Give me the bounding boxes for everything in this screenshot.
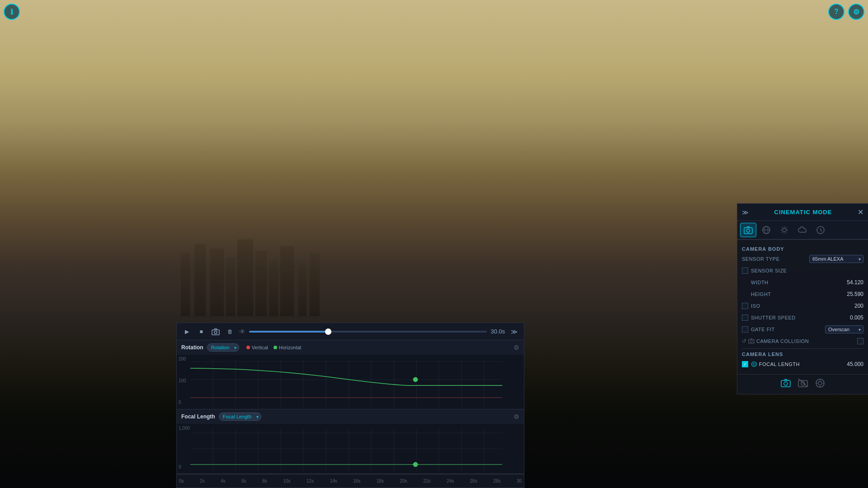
svg-rect-6 bbox=[269, 260, 278, 316]
iso-checkbox[interactable] bbox=[742, 303, 748, 309]
top-left-controls: ℹ bbox=[4, 4, 20, 20]
focal-length-label: FOCAL LENGTH bbox=[759, 361, 841, 367]
shutter-speed-label: SHUTTER SPEED bbox=[751, 315, 841, 320]
tab-time[interactable] bbox=[812, 223, 829, 237]
svg-point-64 bbox=[750, 340, 753, 343]
svg-point-68 bbox=[784, 382, 788, 385]
tab-camera[interactable] bbox=[740, 223, 756, 237]
world-tab-icon bbox=[762, 225, 771, 235]
svg-point-73 bbox=[818, 381, 822, 385]
tab-world[interactable] bbox=[758, 223, 774, 237]
tab-weather[interactable] bbox=[794, 223, 811, 237]
svg-point-28 bbox=[413, 377, 418, 382]
shutter-speed-checkbox[interactable] bbox=[742, 314, 748, 321]
tick-2s: 2s bbox=[200, 479, 205, 483]
gate-fit-dropdown-wrap: Overscan bbox=[825, 325, 863, 333]
sensor-type-label: SENSOR TYPE bbox=[742, 256, 809, 262]
settings-button[interactable]: ⚙ bbox=[848, 4, 864, 20]
bottom-target-icon[interactable] bbox=[815, 378, 825, 390]
iso-label: ISO bbox=[751, 303, 841, 309]
panel-expand-button[interactable]: ≫ bbox=[742, 209, 749, 216]
focal-length-check: ✓ bbox=[743, 362, 747, 366]
focal-dropdown[interactable]: Focal Length bbox=[219, 413, 261, 421]
shutter-speed-row: SHUTTER SPEED 0.005 bbox=[742, 312, 863, 323]
gate-fit-checkbox[interactable] bbox=[742, 326, 748, 333]
legend-horizontal: Horizontal bbox=[274, 345, 302, 350]
height-label: HEIGHT bbox=[742, 291, 841, 297]
expand-timeline-button[interactable]: ≫ bbox=[509, 326, 519, 337]
help-button[interactable]: ? bbox=[828, 4, 844, 20]
tick-6s: 6s bbox=[241, 479, 246, 483]
camera-collision-checkbox[interactable] bbox=[857, 338, 863, 344]
info-button[interactable]: ℹ bbox=[4, 4, 20, 20]
visibility-toggle[interactable]: 👁 bbox=[239, 328, 245, 335]
gate-fit-label: GATE FIT bbox=[751, 327, 825, 332]
tick-16s: 16s bbox=[353, 479, 360, 483]
tick-14s: 14s bbox=[330, 479, 337, 483]
clock-tab-icon bbox=[816, 225, 825, 235]
svg-line-58 bbox=[786, 227, 787, 228]
rotation-graph-settings[interactable]: ⚙ bbox=[514, 344, 519, 351]
rotation-dropdown-wrap: Rotation bbox=[207, 343, 239, 352]
tab-light[interactable] bbox=[776, 223, 793, 237]
svg-rect-5 bbox=[255, 251, 267, 316]
focal-length-checkbox[interactable]: ✓ bbox=[742, 361, 748, 367]
top-right-controls: ? ⚙ bbox=[828, 4, 864, 20]
focal-length-graph-section: Focal Length Focal Length ⚙ 1,000 0 bbox=[177, 409, 524, 474]
panel-close-button[interactable]: ✕ bbox=[858, 208, 863, 216]
gate-fit-dropdown[interactable]: Overscan bbox=[825, 325, 863, 333]
sensor-type-dropdown[interactable]: 65mm ALEXA bbox=[809, 255, 863, 263]
tick-0s: 0s bbox=[179, 479, 184, 483]
focal-graph-svg bbox=[177, 424, 507, 474]
svg-rect-46 bbox=[744, 228, 752, 234]
bottom-icon-row bbox=[737, 374, 868, 394]
focal-length-graph-canvas: 1,000 0 bbox=[177, 424, 524, 474]
timeline-slider-thumb[interactable] bbox=[325, 328, 331, 335]
sensor-size-checkbox[interactable] bbox=[742, 267, 748, 274]
legend-horizontal-dot bbox=[274, 346, 277, 349]
sensor-size-row: SENSOR SIZE bbox=[742, 265, 863, 276]
svg-rect-2 bbox=[210, 249, 224, 316]
focal-graph-settings[interactable]: ⚙ bbox=[514, 413, 519, 420]
svg-rect-63 bbox=[749, 339, 754, 343]
camera-collision-label: CAMERA COLLISION bbox=[756, 338, 857, 344]
width-value: 54.120 bbox=[841, 279, 863, 286]
width-row: WIDTH 54.120 bbox=[742, 277, 863, 288]
timeline-time-display: 30.0s bbox=[491, 328, 505, 335]
camera-tab-icon bbox=[744, 226, 753, 234]
section-divider bbox=[742, 348, 863, 349]
play-button[interactable]: ▶ bbox=[181, 326, 192, 337]
tick-24s: 24s bbox=[447, 479, 454, 483]
rotation-graph-canvas: 200 100 0 bbox=[177, 355, 524, 409]
shutter-speed-value: 0.005 bbox=[841, 314, 863, 321]
rotation-graph-section: Rotation Rotation Vertical Horizontal ⚙ bbox=[177, 340, 524, 409]
bottom-camera-icon[interactable] bbox=[781, 378, 791, 390]
svg-point-45 bbox=[413, 462, 418, 467]
camera-capture-button[interactable] bbox=[210, 326, 221, 337]
timeline-panel: ▶ ■ 🗑 👁 30.0s ≫ bbox=[176, 323, 524, 488]
svg-rect-7 bbox=[280, 246, 294, 316]
settings-icon: ⚙ bbox=[853, 8, 859, 16]
panel-tab-row bbox=[737, 221, 868, 240]
expand-icon: ≫ bbox=[511, 328, 518, 335]
timeline-slider[interactable] bbox=[249, 331, 487, 333]
tick-4s: 4s bbox=[221, 479, 226, 483]
svg-line-57 bbox=[786, 232, 787, 232]
camera-body-section-title: CAMERA BODY bbox=[742, 246, 863, 252]
delete-button[interactable]: 🗑 bbox=[225, 326, 236, 337]
focal-graph-title: Focal Length bbox=[181, 413, 215, 420]
sensor-size-label: SENSOR SIZE bbox=[751, 268, 863, 273]
svg-point-66 bbox=[753, 363, 755, 366]
rotation-dropdown[interactable]: Rotation bbox=[207, 343, 239, 352]
tick-28s: 28s bbox=[493, 479, 500, 483]
bottom-no-camera-icon[interactable] bbox=[798, 378, 808, 390]
svg-line-59 bbox=[782, 232, 782, 232]
rotation-graph-svg bbox=[177, 355, 507, 409]
camera-icon bbox=[212, 328, 220, 335]
stop-button[interactable]: ■ bbox=[196, 326, 207, 337]
camera-lens-section-title: CAMERA LENS bbox=[742, 352, 863, 357]
tick-26s: 26s bbox=[470, 479, 477, 483]
width-label: WIDTH bbox=[742, 280, 841, 285]
camera-collision-icon bbox=[748, 338, 755, 344]
tick-30: 30 bbox=[517, 479, 522, 483]
